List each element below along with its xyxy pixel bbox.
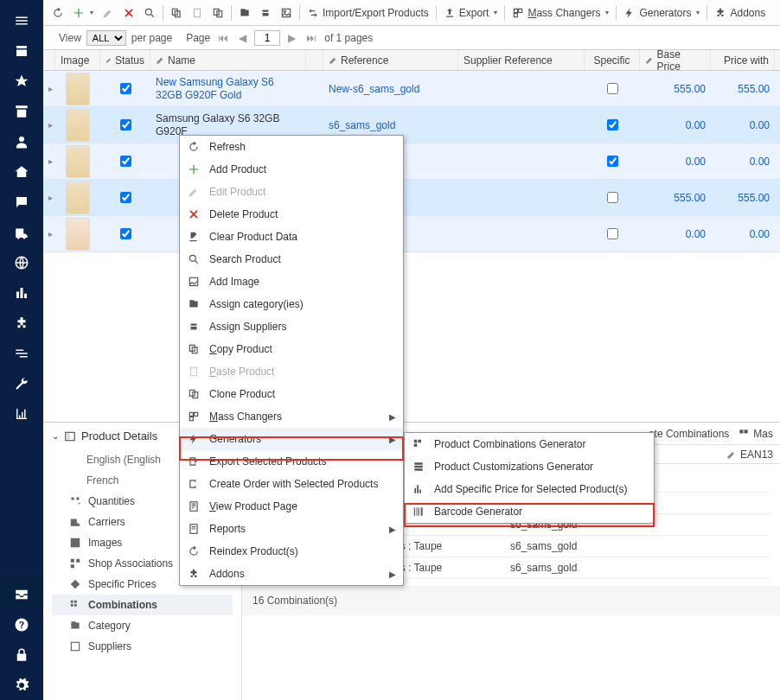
chart-icon[interactable] <box>0 398 43 429</box>
page-input[interactable] <box>254 30 280 46</box>
ctx-assign-cat[interactable]: Assign category(ies) <box>180 293 403 315</box>
col-price-with[interactable]: Price with <box>711 50 775 70</box>
ctx-export-selected[interactable]: Export Selected Products <box>180 450 403 473</box>
generators-button[interactable]: Generators▾ <box>620 4 703 22</box>
last-page-button[interactable]: ⏭ <box>304 32 319 44</box>
chat-icon[interactable] <box>0 187 43 217</box>
ctx-addons[interactable]: Addons▶ <box>180 563 403 585</box>
col-reference[interactable]: Reference <box>323 50 458 70</box>
specific-checkbox[interactable] <box>607 83 618 94</box>
status-checkbox[interactable] <box>120 83 131 94</box>
image-button[interactable] <box>277 4 296 22</box>
nav-category[interactable]: Category <box>52 615 233 636</box>
col-name[interactable]: Name <box>150 50 306 70</box>
paste-button[interactable] <box>188 4 207 22</box>
svg-rect-26 <box>71 642 79 650</box>
col-specific[interactable]: Specific <box>585 50 640 70</box>
home-icon[interactable] <box>0 156 43 187</box>
copy-button[interactable] <box>167 4 186 22</box>
ctx-copy[interactable]: Copy Product <box>180 338 403 360</box>
ctx-refresh[interactable]: Refresh <box>180 136 403 158</box>
table-row[interactable]: ▸ New Samsung Galaxy S6 32GB G920F Gold … <box>43 71 780 107</box>
lock-icon[interactable] <box>0 640 43 670</box>
stats-icon[interactable] <box>0 277 43 308</box>
per-page-select[interactable]: ALL <box>86 30 126 46</box>
tab-ate-combinations[interactable]: ate Combinations <box>649 428 729 440</box>
status-checkbox[interactable] <box>120 228 131 239</box>
globe-icon[interactable] <box>0 247 43 277</box>
shop-icon[interactable] <box>0 35 43 66</box>
help-icon[interactable]: ? <box>0 609 43 640</box>
status-checkbox[interactable] <box>120 119 131 130</box>
specific-checkbox[interactable] <box>607 228 618 239</box>
ctx-search[interactable]: Search Product <box>180 248 403 270</box>
search-button[interactable] <box>140 4 159 22</box>
ctx-view-page[interactable]: View Product Page <box>180 495 403 518</box>
status-checkbox[interactable] <box>120 156 131 167</box>
ctx-assign-sup[interactable]: Assign Suppliers <box>180 315 403 338</box>
gear-icon[interactable] <box>0 670 43 700</box>
tab-mass[interactable]: Mas <box>738 428 773 440</box>
import-export-button[interactable]: Import/Export Products <box>304 4 432 22</box>
assign-cat-button[interactable] <box>235 4 254 22</box>
puzzle-icon[interactable] <box>0 308 43 338</box>
nav-combinations[interactable]: Combinations <box>52 595 233 615</box>
ctx-create-order[interactable]: Create Order with Selected Products <box>180 473 403 495</box>
specific-checkbox[interactable] <box>607 192 618 203</box>
svg-text:?: ? <box>19 619 24 629</box>
sub-customizations-gen[interactable]: Product Customizations Generator <box>405 455 654 478</box>
table-row[interactable]: ▸ Samsung Galaxy S6 32GB G920F s6_sams_g… <box>43 107 780 143</box>
prev-page-button[interactable]: ◀ <box>236 32 249 44</box>
status-checkbox[interactable] <box>120 192 131 203</box>
truck-icon[interactable] <box>0 217 43 247</box>
specific-checkbox[interactable] <box>607 156 618 167</box>
svg-rect-25 <box>74 604 77 607</box>
wrench-icon[interactable] <box>0 368 43 398</box>
export-label: Export <box>459 7 489 19</box>
export-button[interactable]: Export▾ <box>440 4 502 22</box>
col-status[interactable]: Status <box>100 50 150 70</box>
import-export-label: Import/Export Products <box>323 7 429 19</box>
clone-button[interactable] <box>208 4 227 22</box>
archive-icon[interactable] <box>0 96 43 126</box>
sliders-icon[interactable] <box>0 338 43 368</box>
refresh-button[interactable] <box>48 4 67 22</box>
mass-changers-button[interactable]: Mass Changers▾ <box>508 4 612 22</box>
col-supplier-ref[interactable]: Supplier Reference <box>458 50 585 70</box>
edit-button[interactable] <box>99 4 118 22</box>
ctx-delete-product[interactable]: Delete Product <box>180 203 403 226</box>
ctx-reports[interactable]: Reports▶ <box>180 518 403 540</box>
inbox-icon[interactable] <box>0 579 43 609</box>
user-icon[interactable] <box>0 126 43 156</box>
delete-button[interactable] <box>119 4 138 22</box>
col-base-price[interactable]: Base Price <box>640 50 711 70</box>
table-row[interactable]: ▸ m 0.00 0.00 <box>43 216 780 252</box>
ctx-add-image[interactable]: Add Image <box>180 270 403 293</box>
sub-combinations-gen[interactable]: Product Combinations Generator <box>405 433 654 455</box>
ctx-clear-data[interactable]: Clear Product Data <box>180 226 403 248</box>
left-navigation: ? <box>0 0 43 700</box>
addons-button[interactable]: Addons <box>711 4 769 22</box>
next-page-button[interactable]: ▶ <box>285 32 298 44</box>
sub-specific-price[interactable]: Add Specific Price for Selected Product(… <box>405 478 654 500</box>
col-ean13[interactable]: EAN13 <box>726 449 773 461</box>
specific-checkbox[interactable] <box>607 119 618 130</box>
svg-rect-22 <box>71 601 74 603</box>
star-icon[interactable] <box>0 66 43 96</box>
add-button[interactable]: ▾ <box>69 4 97 22</box>
first-page-button[interactable]: ⏮ <box>215 32 231 44</box>
sub-barcode-gen[interactable]: Barcode Generator <box>405 500 654 523</box>
ctx-add-product[interactable]: Add Product <box>180 158 403 181</box>
ctx-reindex[interactable]: Reindex Product(s) <box>180 540 403 563</box>
assign-sup-button[interactable] <box>256 4 275 22</box>
menu-icon[interactable] <box>0 5 43 35</box>
nav-suppliers[interactable]: Suppliers <box>52 636 233 657</box>
ctx-mass-changers[interactable]: Mass Changers▶ <box>180 405 403 428</box>
ctx-generators[interactable]: Generators▶ <box>180 428 403 450</box>
ctx-clone[interactable]: Clone Product <box>180 383 403 405</box>
table-row[interactable]: ▸ 0.00 0.00 <box>43 143 780 180</box>
table-row[interactable]: ▸ 920F 555.00 555.00 <box>43 180 780 216</box>
col-image[interactable]: Image <box>55 50 100 70</box>
ctx-paste: Paste Product <box>180 360 403 383</box>
svg-point-10 <box>284 10 285 12</box>
